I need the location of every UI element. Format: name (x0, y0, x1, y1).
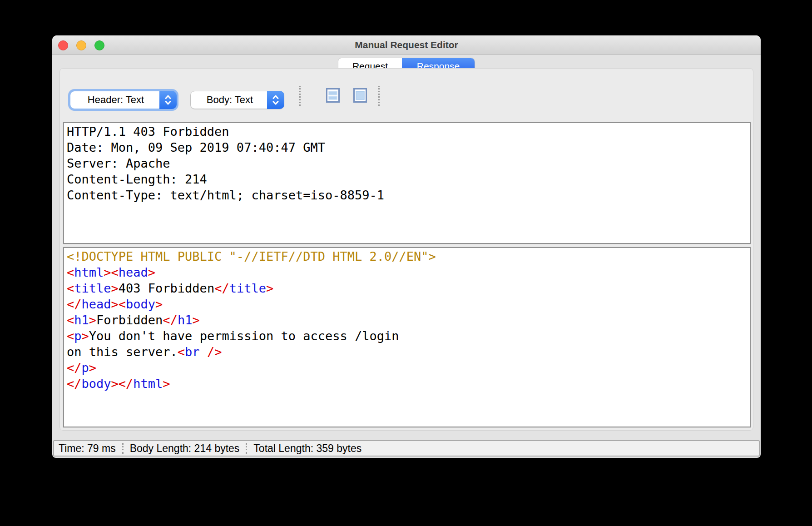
status-bar: Time: 79 msBody Length: 214 bytesTotal L… (53, 440, 760, 457)
screen-background: Manual Request Editor Request Response H… (0, 0, 812, 526)
response-body-line: </p> (67, 360, 747, 376)
response-header-textarea[interactable]: HTTP/1.1 403 ForbiddenDate: Mon, 09 Sep … (63, 122, 751, 244)
response-body-line: <title>403 Forbidden</title> (67, 280, 747, 296)
single-pane-icon[interactable] (353, 88, 367, 103)
response-body-line: <html><head> (67, 264, 747, 280)
stepper-chevrons-icon (159, 91, 177, 109)
status-segment: Total Length: 359 bytes (253, 442, 361, 455)
response-body-line: <p>You don't have permission to access /… (67, 328, 747, 344)
split-panes-icon[interactable] (326, 88, 340, 103)
body-format-value: Body: Text (191, 94, 267, 106)
response-header-line: Content-Type: text/html; charset=iso-885… (67, 187, 747, 203)
response-body-line: <h1>Forbidden</h1> (67, 312, 747, 328)
status-separator (122, 443, 124, 454)
response-body-line: <!DOCTYPE HTML PUBLIC "-//IETF//DTD HTML… (67, 248, 747, 264)
toolbar-separator (299, 86, 301, 106)
header-format-value: Header: Text (70, 94, 159, 106)
status-segment: Body Length: 214 bytes (130, 442, 240, 455)
response-header-line: Date: Mon, 09 Sep 2019 07:40:47 GMT (67, 139, 747, 155)
stepper-chevrons-icon (267, 91, 284, 109)
response-header-line: Content-Length: 214 (67, 171, 747, 187)
response-body-line: on this server.<br /> (67, 344, 747, 360)
title-bar[interactable]: Manual Request Editor (52, 35, 761, 55)
body-format-select[interactable]: Body: Text (190, 91, 284, 109)
status-separator (246, 443, 247, 454)
response-panel: Header: Text Body: Text (59, 68, 753, 431)
response-header-line: Server: Apache (67, 155, 747, 171)
toolbar-separator (378, 86, 380, 106)
response-body-line: </head><body> (67, 296, 747, 312)
response-body-textarea[interactable]: <!DOCTYPE HTML PUBLIC "-//IETF//DTD HTML… (63, 247, 751, 427)
response-header-line: HTTP/1.1 403 Forbidden (67, 124, 747, 139)
window-title: Manual Request Editor (52, 35, 761, 55)
header-format-select[interactable]: Header: Text (70, 91, 177, 109)
status-segment: Time: 79 ms (59, 442, 116, 455)
response-body-line: </body></html> (67, 376, 747, 392)
manual-request-editor-window: Manual Request Editor Request Response H… (52, 35, 761, 458)
